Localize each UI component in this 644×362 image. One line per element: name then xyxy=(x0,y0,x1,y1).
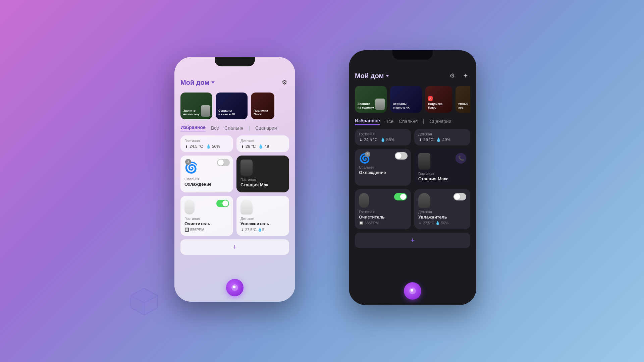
home-title-light: Мой дом xyxy=(180,79,215,86)
promo-card-3-dark[interactable]: А ПодпискаПлюс xyxy=(425,86,452,113)
purifier-name-light: Очиститель xyxy=(184,221,229,226)
purifier-name-dark: Очиститель xyxy=(359,215,407,220)
tab-scenarios-dark[interactable]: Сценарии xyxy=(430,119,451,124)
toggle-fan-dark[interactable] xyxy=(395,152,408,160)
purifier-icon-dark xyxy=(359,193,369,208)
temp-living-light: 🌡 24,5 °C xyxy=(184,144,203,149)
device-purifier-dark[interactable]: Гостиная Очиститель 🔲 556PPM xyxy=(355,189,411,229)
home-title-dark: Мой дом xyxy=(355,72,389,80)
alice-inner-dark xyxy=(409,288,416,294)
promo-text-3-dark: ПодпискаПлюс xyxy=(428,102,442,110)
promo-card-2-dark[interactable]: Сериалыи кино в 4К xyxy=(390,86,422,113)
tab-bedroom-light[interactable]: Спальня xyxy=(224,125,243,131)
tab-scenarios-light[interactable]: Сценарии xyxy=(255,125,277,131)
station-name-dark: Станция Макс xyxy=(418,176,466,181)
header-icons-light: ⚙ xyxy=(280,78,289,87)
promo-text-3-light: ПодпискаПлюс xyxy=(254,109,268,117)
title-text-light: Мой дом xyxy=(180,79,209,86)
chevron-dark xyxy=(386,75,389,77)
station-icon-light xyxy=(240,160,253,176)
tab-sep-dark: | xyxy=(423,119,424,124)
device-grid-2-dark: Гостиная Очиститель 🔲 556PPM Детская Увл… xyxy=(355,189,470,229)
screen-dark: Мой дом ⚙ + Звонитена колонку xyxy=(349,50,476,305)
room-card-kids-light: Детская 🌡 26 °C 💧 49 xyxy=(236,135,289,152)
room-stats-kids-dark: 🌡 26 °C 💧 49% xyxy=(418,137,466,142)
header-dark: Мой дом ⚙ + xyxy=(355,68,470,80)
humidifier-room-dark: Детская xyxy=(418,210,466,214)
humid-living-dark: 💧 56% xyxy=(380,137,394,142)
fan-name-dark: Охлаждение xyxy=(359,170,407,175)
room-name-kids-light: Детская xyxy=(240,139,285,143)
notch-dark xyxy=(392,50,433,60)
device-station-dark[interactable]: 📞 Гостиная Станция Макс xyxy=(414,149,470,186)
device-grid-1-dark: 🌀 3 Спальня Охлаждение 📞 Гостиная Станци… xyxy=(355,149,470,186)
add-label-dark: + xyxy=(411,236,415,245)
promo-card-1-light[interactable]: Звонитена колонку xyxy=(180,93,212,119)
station-room-dark: Гостиная xyxy=(418,172,466,176)
alice-btn-light[interactable] xyxy=(226,279,244,296)
toggle-purifier-light[interactable] xyxy=(216,200,229,207)
header-icons-dark: ⚙ + xyxy=(447,71,470,80)
humidifier-name-light: Увлажнитель xyxy=(240,221,285,226)
device-station-light[interactable]: Гостиная Станция Мак xyxy=(236,156,289,192)
call-icon-dark[interactable]: 📞 xyxy=(455,153,466,164)
purifier-room-dark: Гостиная xyxy=(359,210,407,214)
add-button-dark[interactable]: + xyxy=(355,233,470,248)
tab-sep-light: | xyxy=(249,125,250,131)
tabs-dark: Избранное Все Спальня | Сценарии xyxy=(355,118,470,125)
room-row-dark: Гостиная 🌡 24,5 °C 💧 56% Детская 🌡 26 °C… xyxy=(355,129,470,145)
promo-text-1-light: Звонитена колонку xyxy=(183,109,200,117)
device-grid-1-light: 🌀 3 Спальня Охлаждение Гостиная Станция … xyxy=(180,156,289,192)
add-button-light[interactable]: + xyxy=(180,239,289,255)
cube-logo xyxy=(127,285,161,318)
alice-btn-dark[interactable] xyxy=(404,282,421,300)
promo-card-2-light[interactable]: Сериалыи кино в 4К xyxy=(216,93,248,119)
tab-favorites-light[interactable]: Избранное xyxy=(180,125,206,131)
toggle-purifier-dark[interactable] xyxy=(394,193,407,200)
settings-icon-dark[interactable]: ⚙ xyxy=(447,71,457,80)
device-grid-2-light: Гостиная Очиститель 🔲 556PPM Детская Увл… xyxy=(180,196,289,236)
add-label-light: + xyxy=(233,243,237,251)
plus-badge-dark: А xyxy=(428,96,433,101)
tab-favorites-dark[interactable]: Избранное xyxy=(355,118,380,125)
screen-light: Мой дом ⚙ Звонитена колонку Сериа xyxy=(174,57,295,302)
room-name-kids-dark: Детская xyxy=(418,132,466,136)
purifier-icon-light xyxy=(184,200,195,215)
chevron-light xyxy=(211,81,215,83)
purifier-stat-dark: 🔲 556PPM xyxy=(359,221,407,225)
temp-kids-light: 🌡 26 °C xyxy=(240,144,256,149)
tab-all-light[interactable]: Все xyxy=(211,125,219,131)
device-fan-dark[interactable]: 🌀 3 Спальня Охлаждение xyxy=(355,149,411,186)
station-room-light: Гостиная xyxy=(240,178,285,182)
station-name-light: Станция Мак xyxy=(240,182,285,187)
scene: Мой дом ⚙ Звонитена колонку Сериа xyxy=(121,30,523,332)
promo-card-3-light[interactable]: ПодпискаПлюс xyxy=(251,93,274,119)
humidifier-stat-light: 🌡 27,5°C 💧5 xyxy=(240,228,285,232)
alice-inner-light xyxy=(231,284,238,291)
plus-icon-dark[interactable]: + xyxy=(461,71,470,80)
room-card-kids-dark: Детская 🌡 26 °C 💧 49% xyxy=(414,129,470,145)
device-humidifier-light[interactable]: Детская Увлажнитель 🌡 27,5°C 💧5 xyxy=(236,196,289,236)
humidifier-icon-dark xyxy=(418,193,430,208)
humid-kids-dark: 💧 49% xyxy=(436,137,450,142)
device-fan-light[interactable]: 🌀 3 Спальня Охлаждение xyxy=(180,156,233,192)
room-name-living-dark: Гостиная xyxy=(359,132,407,136)
room-card-living-light: Гостиная 🌡 24,5 °C 💧 56% xyxy=(180,135,233,152)
promo-card-4-dark[interactable]: Умныйэто xyxy=(455,86,470,113)
station-icon-dark xyxy=(418,153,430,170)
settings-icon-light[interactable]: ⚙ xyxy=(280,78,289,87)
device-humidifier-dark[interactable]: Детская Увлажнитель 🌡 27,5°C 💧 56% xyxy=(414,189,470,229)
temp-living-dark: 🌡 24,5 °C xyxy=(359,137,378,142)
room-row-light: Гостиная 🌡 24,5 °C 💧 56% Детская 🌡 26 °C… xyxy=(180,135,289,152)
room-name-living-light: Гостиная xyxy=(184,139,229,143)
toggle-fan-light[interactable] xyxy=(217,159,230,166)
toggle-humidifier-dark[interactable] xyxy=(453,193,466,200)
header-light: Мой дом ⚙ xyxy=(180,75,289,87)
device-purifier-light[interactable]: Гостиная Очиститель 🔲 556PPM xyxy=(180,196,233,236)
tab-all-dark[interactable]: Все xyxy=(385,119,393,124)
tab-bedroom-dark[interactable]: Спальня xyxy=(399,119,418,124)
fan-badge-dark: 3 xyxy=(365,152,370,157)
phone-light: Мой дом ⚙ Звонитена колонку Сериа xyxy=(174,57,295,302)
humid-kids-light: 💧 49 xyxy=(258,144,269,149)
promo-card-1-dark[interactable]: Звонитена колонку xyxy=(355,86,387,113)
